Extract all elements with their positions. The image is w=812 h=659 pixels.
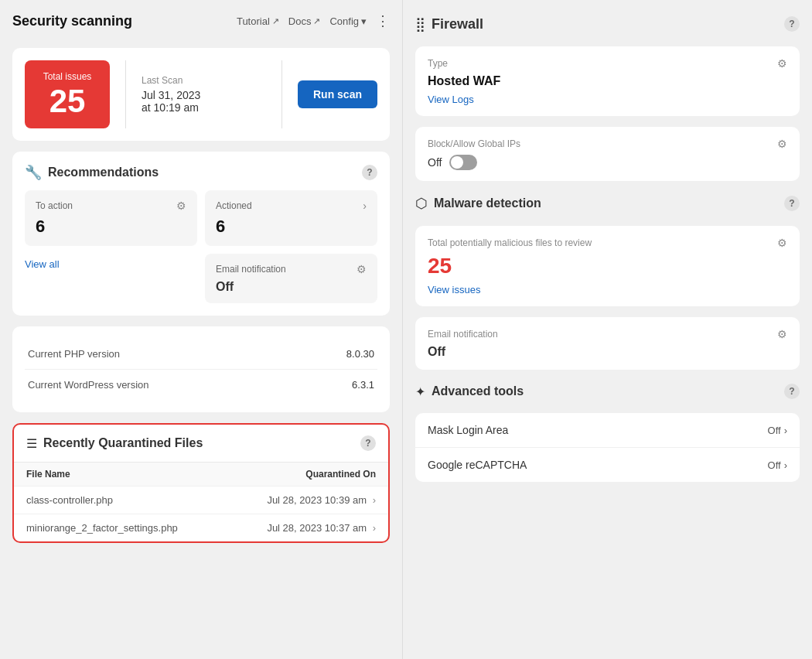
- last-scan-info: Last Scan Jul 31, 2023 at 10:19 am: [142, 75, 266, 114]
- view-logs-link[interactable]: View Logs: [428, 94, 474, 105]
- malware-icon: ⬡: [415, 195, 428, 212]
- php-version-label: Current PHP version: [28, 348, 120, 360]
- malware-email-value: Off: [428, 345, 787, 359]
- malware-title-group: ⬡ Malware detection: [415, 195, 541, 212]
- actioned-chevron-icon[interactable]: ›: [363, 200, 367, 212]
- advanced-title-group: ✦ Advanced tools: [415, 384, 524, 399]
- block-allow-gear-icon[interactable]: ⚙: [777, 138, 787, 150]
- block-allow-toggle[interactable]: [449, 155, 477, 170]
- php-version-row: Current PHP version 8.0.30: [25, 339, 377, 370]
- advanced-tools-icon: ✦: [415, 384, 425, 399]
- quarantined-files-card: ☰ Recently Quarantined Files ? File Name…: [12, 423, 390, 543]
- php-version-value: 8.0.30: [346, 348, 374, 360]
- list-icon: ☰: [26, 436, 37, 451]
- security-scanning-header: Security scanning Tutorial ↗ Docs ↗ Conf…: [12, 12, 390, 29]
- malware-count-label: Total potentially malicious files to rev…: [428, 237, 592, 248]
- table-row[interactable]: miniorange_2_factor_settings.php Jul 28,…: [14, 514, 388, 542]
- wp-version-row: Current WordPress version 6.3.1: [25, 370, 377, 400]
- waf-type-label: Type: [428, 58, 448, 69]
- recommendations-header: 🔧 Recommendations ?: [25, 164, 377, 181]
- table-row[interactable]: class-controller.php Jul 28, 2023 10:39 …: [14, 487, 388, 514]
- malware-section-header: ⬡ Malware detection ?: [415, 192, 800, 215]
- recommendations-title: Recommendations: [48, 166, 159, 179]
- advanced-tool-row[interactable]: Google reCAPTCHA Off ›: [415, 448, 800, 482]
- help-button[interactable]: ?: [362, 165, 377, 180]
- adv-row-label: Mask Login Area: [428, 424, 508, 436]
- block-allow-label: Block/Allow Global IPs: [428, 138, 520, 149]
- config-button[interactable]: Config ▾: [329, 15, 367, 27]
- firewall-section-header: ⣿ Firewall ?: [415, 12, 800, 36]
- block-allow-toggle-row: Off: [428, 155, 787, 170]
- to-action-gear-icon[interactable]: ⚙: [176, 200, 186, 212]
- external-link-icon: ↗: [272, 16, 279, 26]
- wp-version-value: 6.3.1: [352, 379, 374, 391]
- file-date: Jul 28, 2023 10:37 am ›: [227, 514, 388, 542]
- malware-email-label: Email notification: [428, 329, 498, 340]
- col-quarantined-on: Quarantined On: [227, 463, 388, 487]
- file-date: Jul 28, 2023 10:39 am ›: [227, 487, 388, 514]
- email-notif-gear-icon[interactable]: ⚙: [357, 263, 367, 275]
- advanced-tool-row[interactable]: Mask Login Area Off ›: [415, 413, 800, 448]
- last-scan-date: Jul 31, 2023 at 10:19 am: [142, 89, 266, 114]
- block-allow-state: Off: [428, 156, 442, 169]
- malware-email-header: Email notification ⚙: [428, 328, 787, 340]
- to-action-label: To action: [36, 200, 73, 211]
- file-name: miniorange_2_factor_settings.php: [14, 514, 227, 542]
- chevron-down-icon: ▾: [361, 15, 367, 27]
- version-rows: Current PHP version 8.0.30 Current WordP…: [25, 339, 377, 400]
- hosted-waf-card: Type ⚙ Hosted WAF View Logs: [415, 46, 800, 116]
- wp-version-label: Current WordPress version: [28, 379, 149, 391]
- to-action-value: 6: [36, 217, 186, 237]
- row-chevron-icon: ›: [373, 522, 376, 534]
- more-options-button[interactable]: ⋮: [376, 12, 390, 29]
- quarantine-title-group: ☰ Recently Quarantined Files: [26, 436, 203, 451]
- email-notif-label: Email notification: [216, 264, 286, 275]
- advanced-help-button[interactable]: ?: [784, 384, 800, 399]
- waf-type-value: Hosted WAF: [428, 74, 787, 88]
- quarantine-table: File Name Quarantined On class-controlle…: [14, 462, 388, 541]
- malware-count-value: 25: [428, 254, 787, 278]
- tutorial-link[interactable]: Tutorial ↗: [237, 15, 279, 27]
- malware-help-button[interactable]: ?: [784, 196, 800, 211]
- advanced-tools-title: Advanced tools: [432, 384, 524, 398]
- external-link-icon: ↗: [313, 16, 320, 26]
- divider: [125, 60, 126, 128]
- actioned-value: 6: [216, 217, 367, 237]
- actioned-box: Actioned › 6: [205, 190, 377, 246]
- adv-row-chevron-icon: ›: [784, 459, 787, 471]
- total-issues-box: Total issues 25: [25, 60, 110, 128]
- view-all-link[interactable]: View all: [25, 258, 197, 270]
- last-scan-label: Last Scan: [142, 75, 266, 86]
- run-scan-button[interactable]: Run scan: [298, 80, 377, 108]
- recommendations-title-group: 🔧 Recommendations: [25, 164, 159, 181]
- docs-link[interactable]: Docs ↗: [288, 15, 321, 27]
- quarantine-title: Recently Quarantined Files: [43, 436, 203, 450]
- adv-row-value: Off ›: [768, 425, 787, 436]
- adv-row-value: Off ›: [768, 459, 787, 471]
- advanced-tools-card: Mask Login Area Off › Google reCAPTCHA O…: [415, 413, 800, 482]
- firewall-title: Firewall: [432, 16, 483, 32]
- quarantine-help-button[interactable]: ?: [360, 435, 376, 451]
- quarantine-header: ☰ Recently Quarantined Files ?: [14, 425, 388, 462]
- wrench-icon: 🔧: [25, 164, 42, 181]
- waf-card-header: Type ⚙: [428, 57, 787, 70]
- page-title: Security scanning: [12, 13, 132, 29]
- malware-email-gear-icon[interactable]: ⚙: [777, 328, 787, 340]
- firewall-icon: ⣿: [415, 15, 425, 32]
- divider: [281, 60, 282, 128]
- waf-gear-icon[interactable]: ⚙: [777, 57, 787, 70]
- malware-count-header: Total potentially malicious files to rev…: [428, 237, 787, 249]
- file-name: class-controller.php: [14, 487, 227, 514]
- malware-count-gear-icon[interactable]: ⚙: [777, 237, 787, 249]
- scan-card: Total issues 25 Last Scan Jul 31, 2023 a…: [12, 48, 390, 141]
- right-panel: ⣿ Firewall ? Type ⚙ Hosted WAF View Logs…: [402, 0, 812, 659]
- col-filename: File Name: [14, 463, 227, 487]
- versions-card: Current PHP version 8.0.30 Current WordP…: [12, 326, 390, 412]
- total-issues-count: 25: [40, 85, 94, 118]
- email-notification-box: Email notification ⚙ Off: [205, 254, 377, 303]
- view-issues-link[interactable]: View issues: [428, 284, 480, 295]
- recommendations-card: 🔧 Recommendations ? To action ⚙ 6 View a…: [12, 152, 390, 316]
- firewall-help-button[interactable]: ?: [784, 16, 800, 32]
- to-action-box: To action ⚙ 6: [25, 190, 197, 246]
- malware-email-notif-card: Email notification ⚙ Off: [415, 317, 800, 370]
